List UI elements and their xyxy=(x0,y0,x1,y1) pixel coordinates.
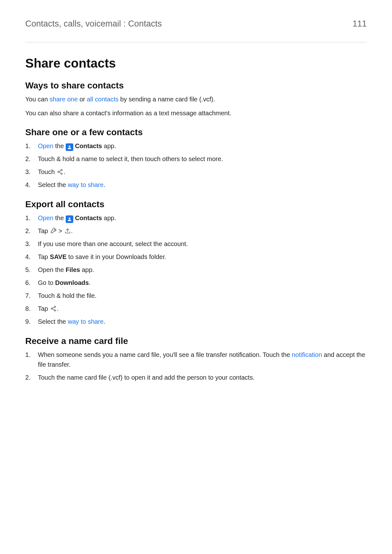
receive-steps: When someone sends you a name card file,… xyxy=(25,350,367,382)
text: Tap xyxy=(38,253,50,260)
list-item: Touch & hold a name to select it, then t… xyxy=(25,154,367,164)
share-icon xyxy=(57,168,63,175)
export-icon xyxy=(64,227,71,234)
text: . xyxy=(104,318,106,325)
text: app. xyxy=(102,214,116,221)
svg-point-7 xyxy=(54,306,56,307)
text: Go to xyxy=(38,279,55,286)
text: Tap xyxy=(38,227,50,234)
text: app. xyxy=(102,142,116,149)
text: or xyxy=(78,96,87,103)
all-contacts-link[interactable]: all contacts xyxy=(87,96,118,103)
ways-paragraph-2: You can also share a contact's informati… xyxy=(25,108,367,118)
text: Open the xyxy=(38,266,66,273)
text: Select the xyxy=(38,318,68,325)
list-item: Touch & hold the file. xyxy=(25,291,367,301)
page: Contacts, calls, voicemail : Contacts 11… xyxy=(0,0,392,554)
ways-paragraph-1: You can share one or all contacts by sen… xyxy=(25,94,367,104)
svg-point-0 xyxy=(69,146,70,147)
list-item: Tap > . xyxy=(25,226,367,236)
downloads-bold: Downloads xyxy=(55,279,89,286)
list-item: When someone sends you a name card file,… xyxy=(25,350,367,370)
save-bold: SAVE xyxy=(50,253,67,260)
svg-point-6 xyxy=(69,218,70,219)
text: When someone sends you a name card file,… xyxy=(38,351,292,358)
list-item: Select the way to share. xyxy=(25,180,367,190)
page-header: Contacts, calls, voicemail : Contacts 11… xyxy=(25,19,367,42)
list-item: Open the Contacts app. xyxy=(25,213,367,223)
text: Tap xyxy=(38,305,50,312)
svg-point-8 xyxy=(51,308,52,309)
svg-point-1 xyxy=(61,169,62,171)
contacts-app-name: Contacts xyxy=(75,214,102,221)
contacts-app-icon xyxy=(66,215,73,223)
text: You can xyxy=(25,96,50,103)
contacts-app-icon xyxy=(66,143,73,151)
share-icon xyxy=(50,305,57,312)
svg-line-4 xyxy=(59,170,61,172)
text: . xyxy=(57,305,59,312)
text: . xyxy=(89,279,91,286)
list-item: Tap . xyxy=(25,304,367,314)
breadcrumb: Contacts, calls, voicemail : Contacts xyxy=(25,19,162,29)
svg-line-10 xyxy=(52,307,54,308)
text: the xyxy=(53,142,66,149)
text: . xyxy=(104,181,106,188)
export-heading: Export all contacts xyxy=(25,199,367,209)
svg-line-5 xyxy=(59,172,61,173)
open-link[interactable]: Open xyxy=(38,214,53,221)
list-item: Open the Files app. xyxy=(25,265,367,275)
list-item: If you use more than one account, select… xyxy=(25,239,367,249)
receive-heading: Receive a name card file xyxy=(25,336,367,346)
svg-line-11 xyxy=(52,309,54,310)
list-item: Go to Downloads. xyxy=(25,278,367,288)
svg-point-3 xyxy=(61,173,62,174)
contacts-app-name: Contacts xyxy=(75,142,102,149)
list-item: Touch the name card file (.vcf) to open … xyxy=(25,373,367,382)
list-item: Open the Contacts app. xyxy=(25,141,367,151)
text: to save it in your Downloads folder. xyxy=(67,253,166,260)
text: by sending a name card file (.vcf). xyxy=(118,96,215,103)
text: Touch xyxy=(38,168,57,175)
text: the xyxy=(53,214,66,221)
list-item: Select the way to share. xyxy=(25,317,367,327)
text: . xyxy=(71,227,73,234)
text: > xyxy=(57,227,64,234)
svg-point-9 xyxy=(54,310,56,311)
notification-link[interactable]: notification xyxy=(292,351,322,358)
fix-manage-icon xyxy=(50,227,57,234)
text: Select the xyxy=(38,181,68,188)
page-title: Share contacts xyxy=(25,56,367,70)
files-bold: Files xyxy=(66,266,80,273)
way-to-share-link[interactable]: way to share xyxy=(68,318,104,325)
share-one-heading: Share one or a few contacts xyxy=(25,127,367,137)
open-link[interactable]: Open xyxy=(38,142,53,149)
way-to-share-link[interactable]: way to share xyxy=(68,181,104,188)
list-item: Tap SAVE to save it in your Downloads fo… xyxy=(25,252,367,262)
ways-heading: Ways to share contacts xyxy=(25,81,367,91)
list-item: Touch . xyxy=(25,167,367,177)
share-one-steps: Open the Contacts app. Touch & hold a na… xyxy=(25,141,367,190)
export-steps: Open the Contacts app. Tap > . If you us… xyxy=(25,213,367,327)
page-number: 111 xyxy=(353,19,367,29)
text: app. xyxy=(80,266,94,273)
text: . xyxy=(63,168,65,175)
svg-point-2 xyxy=(58,171,59,172)
share-one-link[interactable]: share one xyxy=(50,96,78,103)
